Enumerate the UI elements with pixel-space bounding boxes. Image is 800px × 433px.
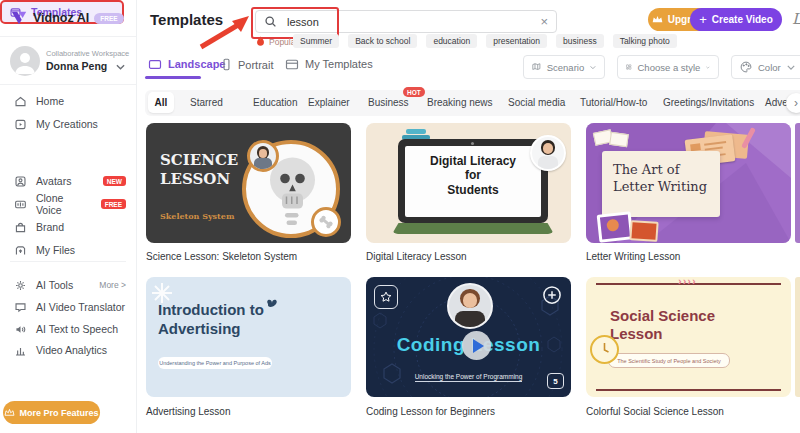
tab-landscape[interactable]: Landscape <box>148 58 225 70</box>
ai-tools-more-link[interactable]: More > <box>99 280 126 290</box>
my-templates-icon <box>285 59 299 70</box>
template-card-science-lesson[interactable]: SCIENCE LESSON Skeleton System <box>146 123 351 243</box>
hot-badge: HOT <box>403 87 425 97</box>
category-greetings[interactable]: Greetings/Invitations <box>663 97 754 108</box>
star-button[interactable] <box>374 285 398 309</box>
search-bar[interactable]: × <box>255 10 557 33</box>
cutoff-edge-glyph: L <box>792 10 800 28</box>
template-caption: Colorful Social Science Lesson <box>586 406 724 417</box>
template-caption: Letter Writing Lesson <box>586 251 680 262</box>
template-caption: Science Lesson: Skeleton System <box>146 251 297 262</box>
card-subtitle: Skeleton System <box>160 211 234 221</box>
category-education[interactable]: Education <box>253 97 297 108</box>
template-caption: Digital Literacy Lesson <box>366 251 467 262</box>
creations-icon <box>14 118 27 131</box>
sidebar-item-my-creations[interactable]: My Creations <box>0 113 136 135</box>
scenario-dropdown[interactable]: Scenario <box>523 55 605 79</box>
chevron-down-icon <box>706 65 710 70</box>
template-card-advertising[interactable]: Introduction to Advertising Understandin… <box>146 277 351 397</box>
category-business[interactable]: Business <box>368 97 409 108</box>
category-social-media[interactable]: Social media <box>508 97 565 108</box>
tools-icon <box>14 279 27 292</box>
popular-tag[interactable]: Summer <box>293 34 339 48</box>
brand-name: Vidnoz AI <box>33 11 89 25</box>
template-card-digital-literacy[interactable]: Digital Literacy for Students <box>366 123 571 243</box>
card-title: The Art of Letter Writing <box>602 151 720 196</box>
sidebar-item-label: My Files <box>36 244 75 256</box>
popular-tag[interactable]: Back to school <box>348 34 417 48</box>
sidebar-item-label: Clone Voice <box>36 192 92 216</box>
card-subtitle: Understanding the Power and Purpose of A… <box>158 357 272 369</box>
sidebar-item-brand[interactable]: Brand <box>0 216 136 238</box>
sidebar-item-video-analytics[interactable]: Video Analytics <box>0 339 136 361</box>
popular-tag[interactable]: business <box>556 34 604 48</box>
category-all[interactable]: All <box>148 92 174 113</box>
landscape-icon <box>148 59 162 70</box>
create-video-button[interactable]: + Create Video <box>690 8 782 31</box>
category-explainer[interactable]: Explainer <box>308 97 350 108</box>
sidebar-item-label: Video Analytics <box>36 344 107 356</box>
popular-tag[interactable]: presentation <box>486 34 547 48</box>
sidebar-item-home[interactable]: Home <box>0 90 136 112</box>
template-card-coding-lesson[interactable]: Coding Lesson Unlocking the Power of Pro… <box>366 277 571 397</box>
next-card-sliver <box>795 277 800 397</box>
tab-label: Landscape <box>168 58 225 70</box>
person-icon <box>10 46 40 76</box>
play-button[interactable] <box>462 331 491 360</box>
add-button[interactable] <box>542 285 562 305</box>
clock-illustration <box>590 335 619 364</box>
template-card-letter-writing[interactable]: The Art of Letter Writing <box>586 123 791 243</box>
laptop-screen: Digital Literacy for Students <box>405 146 541 217</box>
style-dropdown[interactable]: Choose a style <box>617 55 719 79</box>
bone-illustration <box>311 207 341 237</box>
chevron-down-icon[interactable] <box>116 64 125 70</box>
annotation-arrow <box>196 13 254 51</box>
sidebar-item-clone-voice[interactable]: Clone Voice FREE <box>0 193 136 215</box>
popular-tag[interactable]: Talking photo <box>613 34 677 48</box>
clear-search-icon[interactable]: × <box>540 14 548 29</box>
sidebar-item-ai-tools[interactable]: AI Tools More > <box>0 274 136 296</box>
home-icon <box>14 95 27 108</box>
decor <box>406 129 426 134</box>
style-grid-icon <box>626 61 632 73</box>
sidebar-item-avatars[interactable]: Avatars NEW <box>0 170 136 192</box>
category-starred[interactable]: Starred <box>190 97 223 108</box>
new-badge: NEW <box>103 176 126 186</box>
laptop-base <box>392 223 554 234</box>
pro-button-label: More Pro Features <box>19 408 98 418</box>
avatars-icon <box>14 175 27 188</box>
sidebar-item-ai-video-translator[interactable]: AI Video Translator <box>0 296 136 318</box>
title-panel: The Art of Letter Writing <box>602 151 720 217</box>
brand-icon <box>14 221 27 234</box>
search-input[interactable] <box>285 15 519 29</box>
popular-tag[interactable]: education <box>426 34 477 48</box>
card-subtitle-wrap: Unlocking the Power of Programming <box>366 365 571 383</box>
tab-label: My Templates <box>305 58 373 70</box>
sidebar-item-ai-text-to-speech[interactable]: AI Text to Speech <box>0 318 136 340</box>
brand-logo[interactable]: Vidnoz AI FREE <box>10 9 124 27</box>
color-dropdown[interactable]: Color <box>731 55 800 79</box>
category-tutorial[interactable]: Tutorial/How-to <box>580 97 647 108</box>
filter-label: Choose a style <box>638 62 701 73</box>
scene-count-badge: 5 <box>547 373 564 389</box>
map-icon <box>532 61 541 73</box>
card-subtitle: Unlocking the Power of Programming <box>415 373 523 382</box>
sidebar-item-label: AI Tools <box>36 279 73 291</box>
plus-circle-icon <box>542 285 562 305</box>
tab-my-templates[interactable]: My Templates <box>285 58 373 70</box>
files-icon <box>14 244 27 257</box>
butterfly-decor <box>264 297 282 311</box>
template-card-social-science[interactable]: ›››› Social Science Lesson The Scientifi… <box>586 277 791 397</box>
tab-portrait[interactable]: Portrait <box>221 58 273 71</box>
sidebar-item-my-files[interactable]: My Files <box>0 239 136 261</box>
play-icon <box>473 339 484 353</box>
tab-label: Portrait <box>238 59 273 71</box>
free-badge: FREE <box>101 199 126 209</box>
sidebar-item-label: AI Video Translator <box>36 301 125 313</box>
category-breaking-news[interactable]: Breaking news <box>427 97 493 108</box>
card-title: Digital Literacy for Students <box>405 146 541 197</box>
vidnoz-templates-page: Vidnoz AI FREE Collaborative Workspace D… <box>0 0 800 433</box>
avatar[interactable] <box>10 46 40 76</box>
category-scroll-right-button[interactable]: › <box>786 93 800 113</box>
more-pro-features-button[interactable]: More Pro Features <box>3 401 100 424</box>
